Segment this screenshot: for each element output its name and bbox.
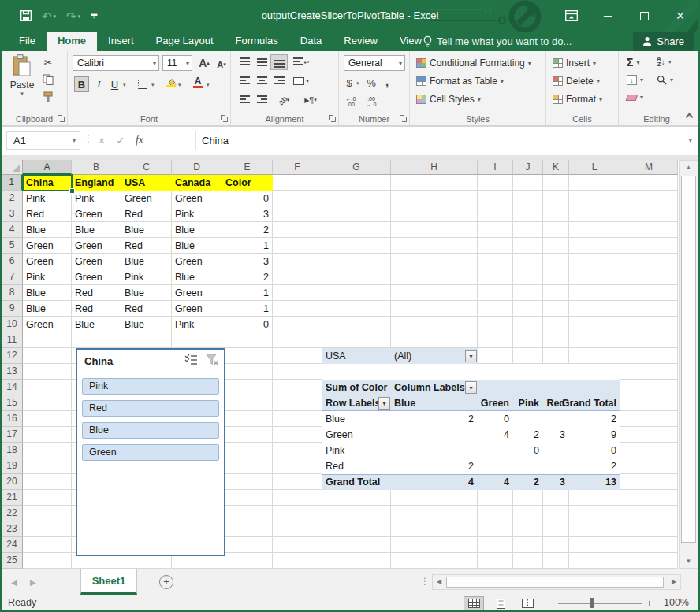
underline-button[interactable]: U bbox=[107, 76, 122, 92]
column-header-M[interactable]: M bbox=[620, 160, 678, 175]
cell-E7[interactable]: 2 bbox=[222, 269, 273, 285]
sort-filter-button[interactable]: AZ ↓ ▾ bbox=[657, 56, 672, 67]
increase-decimal-button[interactable]: ←.0.00 bbox=[342, 94, 359, 109]
select-all-button[interactable] bbox=[2, 160, 23, 175]
vertical-scrollbar-thumb[interactable] bbox=[681, 176, 696, 543]
slicer-item-pink[interactable]: Pink bbox=[82, 378, 219, 395]
cell-A7[interactable]: Pink bbox=[23, 269, 72, 285]
borders-button[interactable] bbox=[134, 76, 151, 92]
cell-B4[interactable]: Blue bbox=[72, 222, 121, 238]
cell-H12-filter-dropdown[interactable]: ▾ bbox=[465, 350, 477, 362]
row-header-9[interactable]: 9 bbox=[2, 301, 23, 317]
accounting-dropdown-icon[interactable]: ▾ bbox=[356, 80, 359, 87]
underline-dropdown-icon[interactable]: ▾ bbox=[123, 82, 126, 88]
grow-font-button[interactable]: A▴ bbox=[195, 55, 213, 71]
zoom-level[interactable]: 100% bbox=[664, 595, 689, 610]
tell-me-box[interactable]: Tell me what you want to do... bbox=[423, 32, 572, 51]
merge-center-button[interactable]: ▾ bbox=[292, 73, 310, 89]
cell-E4[interactable]: 2 bbox=[222, 222, 273, 238]
row-header-13[interactable]: 13 bbox=[2, 364, 23, 380]
row-header-25[interactable]: 25 bbox=[2, 553, 23, 569]
row-header-7[interactable]: 7 bbox=[2, 269, 23, 285]
insert-function-button[interactable]: fx bbox=[131, 131, 148, 150]
cell-E1[interactable]: Color bbox=[222, 175, 273, 191]
row-header-3[interactable]: 3 bbox=[2, 206, 23, 222]
cell-A3[interactable]: Red bbox=[23, 206, 72, 222]
name-box[interactable]: A1 ▾ bbox=[6, 131, 80, 150]
row-header-16[interactable]: 16 bbox=[2, 411, 23, 427]
slicer-multiselect-button[interactable] bbox=[184, 354, 198, 368]
cell-E6[interactable]: 3 bbox=[222, 254, 273, 269]
ribbon-display-options-button[interactable] bbox=[553, 0, 590, 32]
align-top-button[interactable] bbox=[236, 54, 253, 70]
borders-dropdown-icon[interactable]: ▾ bbox=[151, 82, 155, 88]
cell-B8[interactable]: Red bbox=[72, 285, 121, 301]
cell-C5[interactable]: Red bbox=[121, 238, 172, 254]
cell-D4[interactable]: Blue bbox=[172, 222, 222, 238]
cell-H14-filter-dropdown[interactable]: ▾ bbox=[465, 381, 477, 394]
cell-C1[interactable]: USA bbox=[121, 175, 172, 191]
clipboard-dialog-launcher[interactable] bbox=[58, 115, 65, 122]
cell-D9[interactable]: Green bbox=[172, 301, 222, 317]
insert-cells-button[interactable]: Insert▾ bbox=[553, 57, 596, 69]
row-header-14[interactable]: 14 bbox=[2, 380, 23, 395]
zoom-slider-track[interactable] bbox=[558, 603, 642, 604]
zoom-in-button[interactable]: + bbox=[646, 595, 653, 610]
font-color-button[interactable]: A bbox=[189, 75, 207, 91]
slicer-item-blue[interactable]: Blue bbox=[82, 422, 219, 439]
cell-D7[interactable]: Blue bbox=[172, 269, 222, 285]
cell-L20[interactable]: 13 bbox=[569, 474, 620, 490]
cell-L16[interactable]: 2 bbox=[569, 411, 620, 427]
cell-J18[interactable]: 0 bbox=[513, 443, 543, 458]
cell-D1[interactable]: Canada bbox=[172, 175, 222, 191]
zoom-out-button[interactable]: − bbox=[547, 595, 553, 610]
percent-style-button[interactable]: % bbox=[364, 75, 378, 91]
column-header-G[interactable]: G bbox=[322, 160, 391, 175]
scroll-down-button[interactable]: ▼ bbox=[680, 555, 698, 568]
cell-A5[interactable]: Green bbox=[23, 238, 72, 254]
orientation-button[interactable]: ab▾ bbox=[275, 92, 292, 108]
decrease-indent-button[interactable] bbox=[236, 92, 253, 108]
fill-button[interactable]: ↓ ▾ bbox=[627, 75, 643, 85]
align-bottom-button[interactable] bbox=[270, 54, 288, 70]
wrap-text-button[interactable]: ↩ bbox=[292, 54, 310, 70]
row-header-19[interactable]: 19 bbox=[2, 458, 23, 474]
format-painter-button[interactable] bbox=[39, 89, 57, 105]
text-direction-button[interactable]: ▶¶▾ bbox=[302, 92, 319, 108]
increase-indent-button[interactable] bbox=[253, 92, 270, 108]
row-header-4[interactable]: 4 bbox=[2, 222, 23, 238]
slicer-item-red[interactable]: Red bbox=[82, 400, 219, 417]
row-header-15[interactable]: 15 bbox=[2, 395, 23, 411]
cell-G17[interactable]: Green bbox=[322, 427, 391, 443]
cell-L19[interactable]: 2 bbox=[569, 458, 620, 474]
close-button[interactable]: × bbox=[662, 0, 698, 32]
cell-J17[interactable]: 2 bbox=[513, 427, 543, 443]
clear-button[interactable]: ▾ bbox=[627, 94, 643, 101]
cell-I14[interactable] bbox=[478, 380, 513, 395]
cell-A2[interactable]: Pink bbox=[23, 191, 72, 206]
zoom-slider-thumb[interactable] bbox=[590, 598, 594, 608]
format-cells-button[interactable]: Format▾ bbox=[553, 94, 602, 105]
formula-input[interactable]: China bbox=[195, 131, 678, 150]
cell-E5[interactable]: 1 bbox=[222, 238, 273, 254]
align-left-button[interactable] bbox=[236, 73, 253, 89]
page-break-view-button[interactable] bbox=[517, 596, 538, 610]
bold-button[interactable]: B bbox=[74, 76, 89, 92]
column-header-I[interactable]: I bbox=[478, 160, 513, 175]
cell-E2[interactable]: 0 bbox=[222, 191, 273, 206]
cell-D10[interactable]: Pink bbox=[172, 317, 222, 332]
tab-insert[interactable]: Insert bbox=[97, 32, 145, 51]
cell-C9[interactable]: Red bbox=[121, 301, 172, 317]
cell-D6[interactable]: Green bbox=[172, 254, 222, 269]
cell-B7[interactable]: Green bbox=[72, 269, 121, 285]
cell-A4[interactable]: Blue bbox=[23, 222, 72, 238]
cell-L15[interactable]: Grand Total bbox=[569, 395, 620, 411]
cut-button[interactable]: ✂ bbox=[39, 54, 57, 70]
scroll-up-button[interactable]: ▲ bbox=[680, 161, 698, 174]
font-name-select[interactable]: Calibri▾ bbox=[73, 55, 159, 71]
fill-color-dropdown-icon[interactable]: ▾ bbox=[178, 82, 181, 88]
cell-K17[interactable]: 3 bbox=[543, 427, 569, 443]
normal-view-button[interactable] bbox=[464, 596, 484, 610]
horizontal-scrollbar[interactable]: ◀ ▶ bbox=[432, 574, 681, 590]
fill-handle[interactable] bbox=[69, 188, 75, 194]
